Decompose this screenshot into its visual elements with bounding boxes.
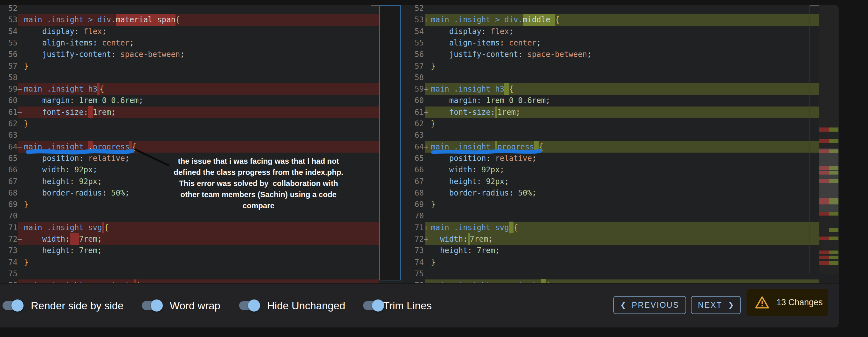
code-token: :	[468, 246, 477, 255]
code-token: 7rem	[477, 246, 495, 255]
added-sign: +	[424, 279, 428, 283]
next-change-button[interactable]: NEXT ❯	[691, 296, 741, 314]
code-token: ;	[532, 188, 536, 197]
code-line: 74}	[0, 256, 379, 268]
code-token: ;	[111, 108, 116, 117]
line-number: 66	[0, 164, 18, 176]
ruler-viewport-slider[interactable]	[819, 149, 838, 212]
ruler-removed-mark	[819, 212, 829, 216]
code-token: {	[538, 143, 543, 151]
code-token: 0.6rem	[518, 96, 546, 105]
code-token	[24, 188, 42, 197]
code-line: 61+ font-size:1rem;	[401, 106, 819, 118]
code-token: ;	[504, 177, 509, 186]
code-line: 60 margin: 1rem 0 0.6rem;	[0, 95, 379, 106]
code-text: height: 92px;	[431, 176, 509, 187]
code-text: height: 7rem;	[24, 245, 102, 256]
annotation-line: compare	[160, 200, 357, 211]
diff-overview-ruler[interactable]	[819, 5, 838, 274]
code-token: {	[132, 143, 136, 151]
line-number: 52	[401, 5, 424, 14]
code-line: 63	[401, 129, 819, 141]
code-line: 71+main .insight svg {	[401, 222, 819, 233]
code-text: width:7rem;	[431, 233, 493, 245]
code-text: main .insight svg {	[431, 222, 518, 233]
code-token: space-between	[527, 50, 587, 59]
previous-change-button[interactable]: ❮ PREVIOUS	[613, 296, 686, 314]
code-text: main .insight svg{	[24, 222, 109, 233]
code-line: 76—main .insight svg circle{	[0, 279, 379, 283]
changes-count-label: 13 Changes	[776, 298, 823, 307]
code-text: main .insight svg circle{	[24, 279, 141, 283]
code-text: align-items: center;	[431, 37, 541, 49]
code-text: }	[24, 199, 28, 210]
ruler-added-mark	[829, 212, 838, 216]
line-number: 58	[401, 72, 424, 83]
code-line: 52	[401, 5, 819, 14]
code-token: ;	[532, 154, 536, 163]
code-line: 73 height: 7rem;	[401, 245, 819, 256]
code-token: main .insight svg circle	[431, 281, 541, 283]
word-diff-highlight	[70, 233, 79, 245]
line-number: 75	[0, 268, 18, 279]
code-token: margin	[449, 96, 477, 105]
code-token: height	[440, 246, 468, 255]
code-text: }	[431, 60, 435, 72]
removed-sign: —	[18, 233, 22, 245]
code-token: {	[99, 85, 104, 93]
code-text: main .insight > div.material span{	[24, 14, 180, 25]
code-text: display: flex;	[431, 26, 514, 37]
ruler-removed-mark	[819, 255, 829, 259]
line-number: 57	[401, 60, 424, 72]
toggle-switch-thumb[interactable]	[372, 300, 384, 312]
code-line: 53—main .insight > div.material span{	[0, 14, 379, 25]
next-button-label: NEXT	[698, 301, 722, 310]
code-text: border-radius: 50%;	[24, 187, 129, 199]
code-text: display: flex;	[24, 26, 106, 37]
line-number: 73	[0, 245, 18, 256]
line-number: 60	[401, 95, 424, 106]
code-line: 69}	[401, 199, 819, 210]
line-number: 69	[401, 199, 424, 210]
code-token: ;	[97, 235, 102, 244]
code-token	[24, 50, 42, 59]
pane-divider[interactable]	[379, 5, 401, 280]
code-token: {	[509, 85, 514, 93]
added-sign: +	[424, 222, 428, 233]
word-diff-highlight	[504, 83, 509, 95]
added-sign: +	[424, 14, 428, 25]
line-number: 71	[0, 222, 18, 233]
line-number: 68	[0, 187, 18, 199]
code-text: justify-content: space-between;	[431, 49, 592, 60]
code-token	[431, 108, 449, 117]
ruler-diff-mark	[819, 212, 838, 216]
code-line: 73 height: 7rem;	[0, 245, 379, 256]
left-pane-scrollbar-thumb[interactable]	[371, 5, 379, 6]
code-line: 62}	[0, 118, 379, 129]
code-token: :	[463, 235, 467, 244]
removed-sign: —	[18, 14, 22, 25]
line-number: 64	[401, 141, 424, 153]
code-token: center	[509, 38, 537, 48]
code-token	[97, 96, 102, 105]
code-line: 71—main .insight svg{	[0, 222, 379, 233]
code-line: 57}	[0, 60, 379, 72]
annotation-line: This error was solved by collaboration w…	[160, 178, 357, 189]
code-token: :	[70, 96, 79, 105]
right-pane-scrollbar-thumb[interactable]	[810, 5, 819, 6]
code-token	[431, 50, 449, 59]
ruler-diff-mark	[819, 127, 838, 132]
code-token: {	[546, 281, 550, 283]
line-number: 72	[401, 233, 424, 245]
code-token	[24, 96, 42, 105]
code-text: align-items: center;	[24, 37, 134, 49]
code-text: main .insight progress {	[431, 141, 544, 153]
code-token: 92px	[79, 177, 97, 186]
code-token: ;	[546, 96, 550, 105]
code-token: :	[65, 165, 74, 174]
code-token: :	[509, 188, 518, 197]
code-token	[431, 246, 440, 255]
code-token: justify-content	[42, 50, 111, 59]
annotation-line: the issue that i was facing was that I h…	[160, 155, 357, 166]
code-token: height	[42, 177, 70, 186]
